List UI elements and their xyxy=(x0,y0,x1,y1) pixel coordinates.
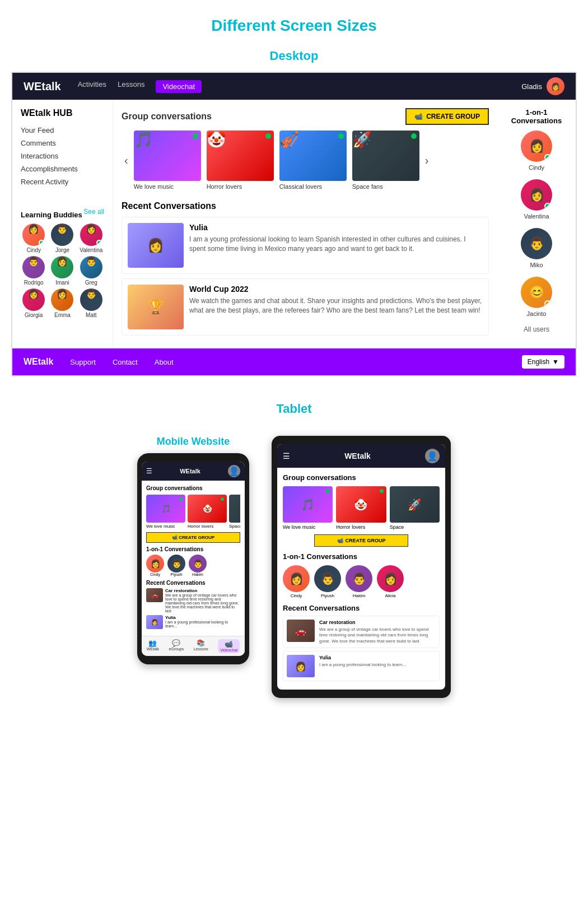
group-card-music[interactable]: 🎵 We love music xyxy=(134,131,201,190)
mobile-user-cindy[interactable]: 👩 Cindy xyxy=(146,555,164,576)
mobile-nav-lessons[interactable]: 📚 Lessons xyxy=(194,639,208,653)
buddy-name-valentina: Valentina xyxy=(78,247,104,253)
sidebar-your-feed[interactable]: Your Feed xyxy=(21,124,104,137)
carousel: ‹ 🎵 We love music 🤡 Ho xyxy=(122,131,489,190)
footer-support[interactable]: Support xyxy=(70,358,96,366)
mobile-card-space[interactable]: 🚀 Space xyxy=(229,495,240,529)
footer-contact[interactable]: Contact xyxy=(113,358,138,366)
mobile-user-piyush-name: Piyush xyxy=(167,572,185,576)
tablet-logo: WEtalk xyxy=(344,451,371,460)
sidebar-comments[interactable]: Comments xyxy=(21,137,104,150)
buddy-rodrigo[interactable]: 👨 Rodrigo xyxy=(21,256,46,286)
lessons-nav-icon: 📚 xyxy=(194,639,208,647)
group-card-space[interactable]: 🚀 Space fans xyxy=(352,131,419,190)
tablet-user-hakim-name: Hakim xyxy=(346,593,372,598)
mobile-user-piyush[interactable]: 👨 Piyush xyxy=(167,555,185,576)
mobile-card-horror-label: Horror lovers xyxy=(188,524,227,529)
tablet-yulia-img: 👩 xyxy=(287,655,315,677)
tablet-user-alicia[interactable]: 👩 Alicia xyxy=(377,565,404,598)
group-card-classical[interactable]: 🎻 Classical lovers xyxy=(279,131,347,190)
user-cindy[interactable]: 👩 Cindy xyxy=(503,131,570,171)
sidebar-accomplishments[interactable]: Accomplishments xyxy=(21,162,104,175)
nav-activities[interactable]: Activities xyxy=(78,80,106,93)
group-conv-title: Group conversations xyxy=(122,111,212,122)
all-users-link[interactable]: All users xyxy=(503,325,570,333)
group-card-horror[interactable]: 🤡 Horror lovers xyxy=(207,131,274,190)
tablet-user-piyush[interactable]: 👨 Piyush xyxy=(314,565,341,598)
tablet-user-cindy[interactable]: 👩 Cindy xyxy=(283,565,310,598)
tablet-user-alicia-name: Alicia xyxy=(377,593,404,598)
sidebar-interactions[interactable]: Interactions xyxy=(21,150,104,162)
mobile-car-body: Car restoration We are a group of vintag… xyxy=(165,588,240,613)
mobile-screen: ☰ WEtalk 👤 Group conversations 🎵 xyxy=(142,462,245,656)
devices-row: Mobile Website ☰ WEtalk 👤 Group conversa… xyxy=(0,425,588,709)
navbar: WEtalk Activities Lessons Videochat Glad… xyxy=(12,73,576,100)
tablet-recent-title: Recent Conversations xyxy=(283,604,440,612)
navbar-logo[interactable]: WEtalk xyxy=(24,80,61,93)
mobile-create-group-button[interactable]: 📹 CREATE GROUP xyxy=(146,532,240,543)
mobile-conv-car[interactable]: 🚗 Car restoration We are a group of vint… xyxy=(146,588,240,613)
buddy-jorge[interactable]: 👨 Jorge xyxy=(49,224,75,253)
chevron-down-icon: ▼ xyxy=(552,358,559,366)
language-selector[interactable]: English ▼ xyxy=(522,355,564,369)
mobile-card-horror[interactable]: 🤡 Horror lovers xyxy=(188,495,227,529)
tablet-hamburger-icon[interactable]: ☰ xyxy=(283,451,290,460)
conv-card-yulia[interactable]: 👩 Yulia I am a young professional lookin… xyxy=(122,217,489,274)
group-conv-header: Group conversations 📹 CREATE GROUP xyxy=(122,108,489,125)
buddy-imani[interactable]: 👩 Imani xyxy=(49,256,75,286)
mobile-1on1-avatars: 👩 Cindy 👨 Piyush 👨 Hakim xyxy=(146,555,240,576)
sidebar-recent-activity[interactable]: Recent Activity xyxy=(21,175,104,188)
sidebar-title: WEtalk HUB xyxy=(21,108,104,118)
create-group-button[interactable]: 📹 CREATE GROUP xyxy=(405,108,489,125)
footer-about[interactable]: About xyxy=(155,358,174,366)
tablet-yulia-text: I am a young professional looking to lea… xyxy=(319,662,406,668)
footer-logo[interactable]: WEtalk xyxy=(24,357,53,367)
horror-icon: 🤡 xyxy=(207,131,226,148)
group-card-label-horror: Horror lovers xyxy=(207,183,274,190)
tablet-yulia-body: Yulia I am a young professional looking … xyxy=(319,655,406,677)
tablet-card-horror[interactable]: 🤡 Horror lovers xyxy=(336,486,386,530)
buddy-cindy[interactable]: 👩 Cindy xyxy=(21,224,46,253)
buddy-emma[interactable]: 👩 Emma xyxy=(49,288,75,318)
tablet-conv-yulia[interactable]: 👩 Yulia I am a young professional lookin… xyxy=(283,651,440,681)
tablet-avatar: 👤 xyxy=(425,449,440,463)
see-all-link[interactable]: See all xyxy=(83,208,104,216)
tablet-car-name: Car restoration xyxy=(319,620,436,625)
user-miko[interactable]: 👨 Miko xyxy=(503,228,570,268)
mobile-conv-yulia[interactable]: 👩 Yulia I am a young professional lookin… xyxy=(146,615,240,629)
tablet-body: Group conversations 🎵 We love music 🤡 xyxy=(277,468,445,690)
nav-lessons[interactable]: Lessons xyxy=(118,80,144,93)
right-sidebar: 1-on-1Conversations 👩 Cindy 👩 Valentina … xyxy=(497,100,576,348)
tablet-card-space[interactable]: 🚀 Space xyxy=(390,486,440,530)
buddy-giorgia[interactable]: 👩 Giorgia xyxy=(21,288,46,318)
tablet-create-group-button[interactable]: 📹 CREATE GROUP xyxy=(314,534,408,547)
buddy-matt[interactable]: 👨 Matt xyxy=(78,288,104,318)
tablet-car-img: 🚗 xyxy=(287,620,315,642)
tablet-space-icon: 🚀 xyxy=(408,498,422,511)
center-content: Group conversations 📹 CREATE GROUP ‹ 🎵 W… xyxy=(113,100,497,348)
user-valentina[interactable]: 👩 Valentina xyxy=(503,179,570,220)
tablet-video-icon: 📹 xyxy=(337,538,343,543)
mobile-nav-wetalk[interactable]: 👥 WEtalk xyxy=(147,639,159,653)
mobile-hamburger-icon[interactable]: ☰ xyxy=(146,467,152,475)
mobile-card-music[interactable]: 🎵 We love music xyxy=(146,495,185,529)
conv-card-worldcup[interactable]: 🏆 World Cup 2022 We watch the games and … xyxy=(122,278,489,336)
prev-arrow[interactable]: ‹ xyxy=(122,151,131,170)
mobile-user-hakim[interactable]: 👨 Hakim xyxy=(189,555,207,576)
buddy-valentina[interactable]: 👩 Valentina xyxy=(78,224,104,253)
user-jacinto[interactable]: 😊 Jacinto xyxy=(503,277,570,317)
buddy-name-matt: Matt xyxy=(78,312,104,318)
tablet-user-hakim[interactable]: 👨 Hakim xyxy=(346,565,372,598)
mobile-nav-videochat[interactable]: 📹 Videochat xyxy=(218,639,240,653)
yulia-img: 👩 xyxy=(128,223,184,268)
tablet-card-music[interactable]: 🎵 We love music xyxy=(283,486,333,530)
mobile-frame: ☰ WEtalk 👤 Group conversations 🎵 xyxy=(137,453,249,664)
buddy-greg[interactable]: 👨 Greg xyxy=(78,256,104,286)
tablet-conv-car[interactable]: 🚗 Car restoration We are a group of vint… xyxy=(283,616,440,648)
mobile-nav-egroups[interactable]: 💬 eGroups xyxy=(169,639,184,653)
buddy-name-rodrigo: Rodrigo xyxy=(21,280,46,286)
next-arrow[interactable]: › xyxy=(422,151,432,170)
nav-videochat[interactable]: Videochat xyxy=(156,80,202,93)
lang-label: English xyxy=(528,358,549,366)
buddy-name-emma: Emma xyxy=(49,312,75,318)
